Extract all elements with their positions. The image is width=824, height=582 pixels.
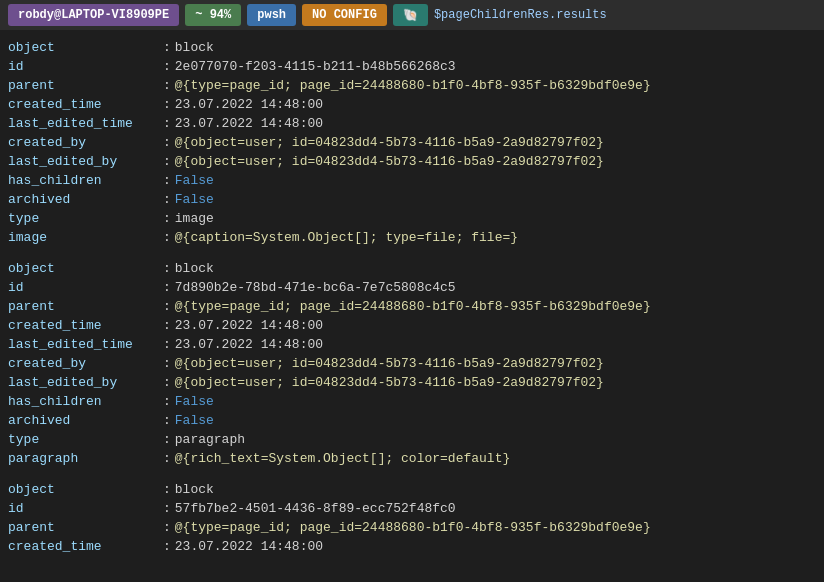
colon-separator: : [163, 57, 171, 76]
field-value: @{caption=System.Object[]; type=file; fi… [175, 228, 518, 247]
colon-separator: : [163, 278, 171, 297]
field-value: paragraph [175, 430, 245, 449]
field-key: created_by [8, 133, 163, 152]
record-block-1: object: blockid: 7d890b2e-78bd-471e-bc6a… [0, 257, 824, 478]
field-key: last_edited_by [8, 152, 163, 171]
table-row: id: 2e077070-f203-4115-b211-b48b566268c3 [0, 57, 824, 76]
field-value: block [175, 480, 214, 499]
field-value: @{object=user; id=04823dd4-5b73-4116-b5a… [175, 373, 604, 392]
colon-separator: : [163, 190, 171, 209]
field-value: False [175, 392, 214, 411]
colon-separator: : [163, 259, 171, 278]
field-value: 23.07.2022 14:48:00 [175, 114, 323, 133]
colon-separator: : [163, 411, 171, 430]
field-key: last_edited_by [8, 373, 163, 392]
segment-dir: ~ 94% [185, 4, 241, 26]
table-row: type: paragraph [0, 430, 824, 449]
table-row: parent: @{type=page_id; page_id=24488680… [0, 518, 824, 537]
field-value: 23.07.2022 14:48:00 [175, 335, 323, 354]
field-value: @{object=user; id=04823dd4-5b73-4116-b5a… [175, 133, 604, 152]
field-key: parent [8, 76, 163, 95]
field-key: last_edited_time [8, 114, 163, 133]
colon-separator: : [163, 171, 171, 190]
table-row: last_edited_time: 23.07.2022 14:48:00 [0, 335, 824, 354]
field-key: type [8, 209, 163, 228]
field-value: 2e077070-f203-4115-b211-b48b566268c3 [175, 57, 456, 76]
table-row: paragraph: @{rich_text=System.Object[]; … [0, 449, 824, 468]
field-key: paragraph [8, 449, 163, 468]
table-row: parent: @{type=page_id; page_id=24488680… [0, 76, 824, 95]
field-value: False [175, 171, 214, 190]
field-value: @{type=page_id; page_id=24488680-b1f0-4b… [175, 518, 651, 537]
field-key: has_children [8, 171, 163, 190]
colon-separator: : [163, 316, 171, 335]
table-row: last_edited_by: @{object=user; id=04823d… [0, 373, 824, 392]
field-key: created_by [8, 354, 163, 373]
field-value: block [175, 259, 214, 278]
field-key: has_children [8, 392, 163, 411]
table-row: id: 57fb7be2-4501-4436-8f89-ecc752f48fc0 [0, 499, 824, 518]
table-row: parent: @{type=page_id; page_id=24488680… [0, 297, 824, 316]
colon-separator: : [163, 354, 171, 373]
table-row: created_by: @{object=user; id=04823dd4-5… [0, 354, 824, 373]
field-value: False [175, 411, 214, 430]
field-key: object [8, 38, 163, 57]
field-value: @{object=user; id=04823dd4-5b73-4116-b5a… [175, 354, 604, 373]
table-row: last_edited_by: @{object=user; id=04823d… [0, 152, 824, 171]
table-row: archived: False [0, 411, 824, 430]
field-key: id [8, 57, 163, 76]
field-value: @{object=user; id=04823dd4-5b73-4116-b5a… [175, 152, 604, 171]
table-row: object: block [0, 480, 824, 499]
segment-icon: 🐚 [393, 4, 428, 26]
table-row: image: @{caption=System.Object[]; type=f… [0, 228, 824, 247]
field-key: parent [8, 297, 163, 316]
field-value: 57fb7be2-4501-4436-8f89-ecc752f48fc0 [175, 499, 456, 518]
field-value: 7d890b2e-78bd-471e-bc6a-7e7c5808c4c5 [175, 278, 456, 297]
table-row: last_edited_time: 23.07.2022 14:48:00 [0, 114, 824, 133]
field-key: created_time [8, 537, 163, 556]
field-key: archived [8, 411, 163, 430]
colon-separator: : [163, 114, 171, 133]
field-value: @{rich_text=System.Object[]; color=defau… [175, 449, 510, 468]
colon-separator: : [163, 38, 171, 57]
field-key: type [8, 430, 163, 449]
table-row: has_children: False [0, 392, 824, 411]
colon-separator: : [163, 228, 171, 247]
colon-separator: : [163, 392, 171, 411]
record-separator [0, 468, 824, 476]
field-key: archived [8, 190, 163, 209]
field-key: image [8, 228, 163, 247]
field-key: id [8, 499, 163, 518]
field-key: parent [8, 518, 163, 537]
colon-separator: : [163, 95, 171, 114]
colon-separator: : [163, 152, 171, 171]
field-key: id [8, 278, 163, 297]
field-key: last_edited_time [8, 335, 163, 354]
colon-separator: : [163, 480, 171, 499]
title-text: $pageChildrenRes.results [434, 8, 607, 22]
colon-separator: : [163, 335, 171, 354]
table-row: has_children: False [0, 171, 824, 190]
field-value: image [175, 209, 214, 228]
table-row: created_time: 23.07.2022 14:48:00 [0, 316, 824, 335]
table-row: created_time: 23.07.2022 14:48:00 [0, 537, 824, 556]
colon-separator: : [163, 76, 171, 95]
segment-config: NO CONFIG [302, 4, 387, 26]
table-row: object: block [0, 38, 824, 57]
colon-separator: : [163, 537, 171, 556]
colon-separator: : [163, 209, 171, 228]
table-row: archived: False [0, 190, 824, 209]
field-value: 23.07.2022 14:48:00 [175, 95, 323, 114]
colon-separator: : [163, 518, 171, 537]
table-row: object: block [0, 259, 824, 278]
table-row: created_time: 23.07.2022 14:48:00 [0, 95, 824, 114]
field-key: created_time [8, 95, 163, 114]
field-value: @{type=page_id; page_id=24488680-b1f0-4b… [175, 297, 651, 316]
field-value: block [175, 38, 214, 57]
segment-user: robdy@LAPTOP-VI8909PE [8, 4, 179, 26]
colon-separator: : [163, 133, 171, 152]
record-block-2: object: blockid: 57fb7be2-4501-4436-8f89… [0, 478, 824, 558]
colon-separator: : [163, 449, 171, 468]
table-row: id: 7d890b2e-78bd-471e-bc6a-7e7c5808c4c5 [0, 278, 824, 297]
field-key: created_time [8, 316, 163, 335]
